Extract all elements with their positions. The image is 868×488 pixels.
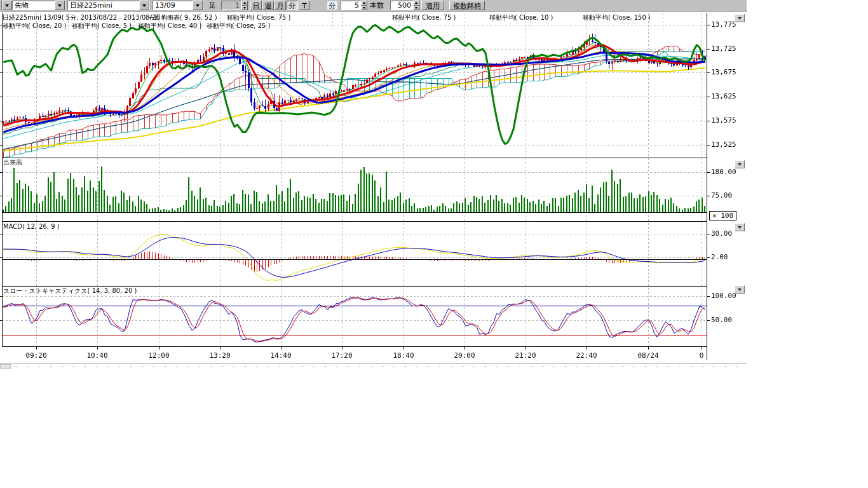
minute-spinner[interactable]: 5 bbox=[341, 1, 367, 10]
pane-scale-dropdown[interactable] bbox=[735, 285, 745, 294]
interval-value: 1 bbox=[221, 1, 241, 10]
chart-style-dropdown[interactable] bbox=[1, 1, 11, 10]
chevron-down-icon bbox=[738, 226, 742, 229]
bars-value[interactable]: 500 bbox=[390, 1, 413, 10]
market-select-value: 先物 bbox=[13, 1, 55, 10]
chart-canvas[interactable] bbox=[0, 11, 747, 365]
toolbar: 先物 日経225mini 13/09 足 1 日 週 月 分 T 分 5 本数 … bbox=[0, 0, 747, 12]
chevron-down-icon bbox=[738, 17, 742, 20]
chevron-down-icon bbox=[738, 288, 742, 291]
chevron-down-icon[interactable] bbox=[55, 1, 65, 10]
spin-up-icon[interactable] bbox=[361, 1, 367, 6]
bars-spinner[interactable]: 500 bbox=[390, 1, 419, 10]
period-day-button[interactable]: 日 bbox=[250, 1, 262, 10]
chart-app: 先物 日経225mini 13/09 足 1 日 週 月 分 T 分 5 本数 … bbox=[0, 0, 868, 488]
spin-down-icon[interactable] bbox=[361, 6, 367, 11]
period-month-button[interactable]: 月 bbox=[275, 1, 286, 10]
minute-label: 分 bbox=[327, 1, 338, 10]
bars-label: 本数 bbox=[370, 1, 384, 10]
symbol-select-value: 日経225mini bbox=[68, 1, 139, 10]
period-minute-button[interactable]: 分 bbox=[287, 1, 298, 10]
interval-spinner: 1 bbox=[221, 1, 248, 10]
period-week-button[interactable]: 週 bbox=[262, 1, 274, 10]
chevron-down-icon bbox=[738, 163, 742, 166]
minute-value[interactable]: 5 bbox=[341, 1, 361, 10]
chevron-down-icon[interactable] bbox=[139, 1, 149, 10]
contract-select-value: 13/09 bbox=[153, 1, 193, 10]
multi-symbol-button[interactable]: 複数銘柄 bbox=[449, 1, 485, 10]
contract-select[interactable]: 13/09 bbox=[153, 1, 203, 10]
chevron-down-icon[interactable] bbox=[2, 1, 12, 10]
spin-up-icon bbox=[241, 1, 248, 6]
ashi-label: 足 bbox=[209, 1, 216, 10]
pane-scale-dropdown[interactable] bbox=[735, 160, 745, 168]
scroll-track-dashes bbox=[0, 365, 747, 369]
bottom-scroll-track[interactable] bbox=[0, 363, 747, 364]
chevron-down-icon[interactable] bbox=[193, 1, 203, 10]
spin-up-icon[interactable] bbox=[413, 1, 419, 6]
spin-down-icon[interactable] bbox=[413, 6, 419, 11]
bottom-scroll-thumb[interactable] bbox=[0, 364, 11, 369]
apply-button[interactable]: 適用 bbox=[421, 1, 444, 10]
symbol-select[interactable]: 日経225mini bbox=[67, 1, 150, 10]
pane-scale-dropdown[interactable] bbox=[735, 223, 745, 231]
period-tick-button[interactable]: T bbox=[299, 1, 310, 10]
pane-scale-dropdown[interactable] bbox=[735, 14, 745, 22]
spin-down-icon bbox=[241, 6, 248, 11]
market-select[interactable]: 先物 bbox=[12, 1, 65, 10]
